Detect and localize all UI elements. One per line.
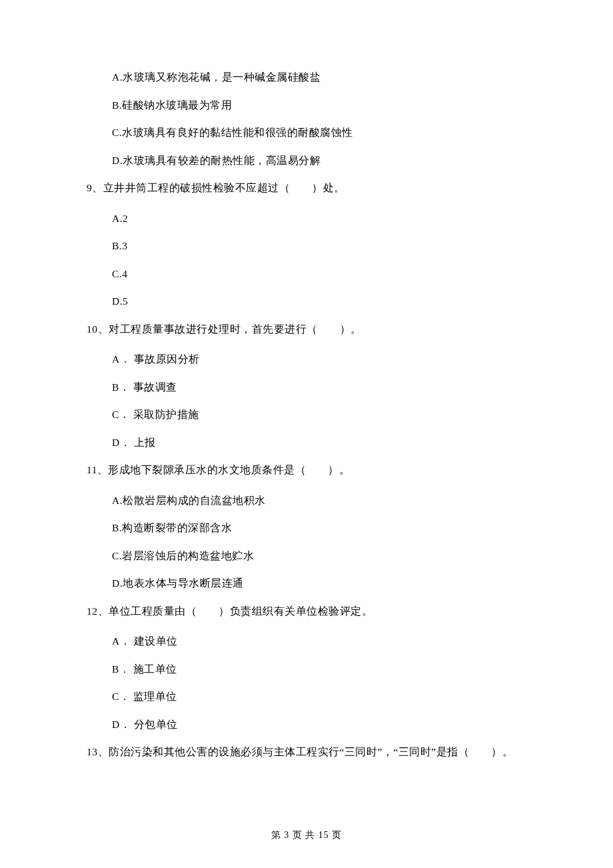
q10-option-d: D． 上报	[112, 437, 526, 448]
q11-option-a: A.松散岩层构成的自流盆地积水	[112, 495, 526, 506]
q11-option-c: C.岩层溶蚀后的构造盆地贮水	[112, 551, 526, 561]
q11-option-b: B.构造断裂带的深部含水	[112, 523, 526, 533]
q9-option-d: D.5	[112, 296, 526, 307]
q8-option-a: A.水玻璃又称泡花碱，是一种碱金属硅酸盐	[112, 72, 526, 83]
q12-option-b: B． 施工单位	[112, 664, 526, 675]
q11-option-d: D.地表水体与导水断层连通	[112, 578, 526, 589]
q12-option-c: C． 监理单位	[112, 691, 526, 702]
q12-stem: 12、单位工程质量由（ ）负责组织有关单位检验评定。	[87, 606, 526, 617]
q9-option-c: C.4	[112, 269, 526, 279]
q11-stem: 11、形成地下裂隙承压水的水文地质条件是（ ）。	[87, 465, 526, 475]
page-footer: 第 3 页 共 15 页	[0, 831, 613, 840]
q13-stem: 13、防治污染和其他公害的设施必须与主体工程实行“三同时”，“三同时”是指（ ）…	[87, 747, 526, 757]
q9-option-a: A.2	[112, 213, 526, 224]
q12-option-a: A． 建设单位	[112, 636, 526, 647]
q10-stem: 10、对工程质量事故进行处理时，首先要进行（ ）。	[87, 324, 526, 335]
q10-option-a: A． 事故原因分析	[112, 354, 526, 365]
q9-stem: 9、立井井筒工程的破损性检验不应超过（ ）处。	[87, 183, 526, 193]
q8-option-d: D.水玻璃具有较差的耐热性能，高温易分解	[112, 155, 526, 166]
q9-option-b: B.3	[112, 241, 526, 251]
q8-option-b: B.硅酸钠水玻璃最为常用	[112, 100, 526, 111]
q10-option-b: B． 事故调查	[112, 382, 526, 393]
q10-option-c: C． 采取防护措施	[112, 409, 526, 420]
q8-option-c: C.水玻璃具有良好的黏结性能和很强的耐酸腐蚀性	[112, 127, 526, 138]
document-page: A.水玻璃又称泡花碱，是一种碱金属硅酸盐 B.硅酸钠水玻璃最为常用 C.水玻璃具…	[0, 0, 613, 868]
q12-option-d: D． 分包单位	[112, 719, 526, 730]
